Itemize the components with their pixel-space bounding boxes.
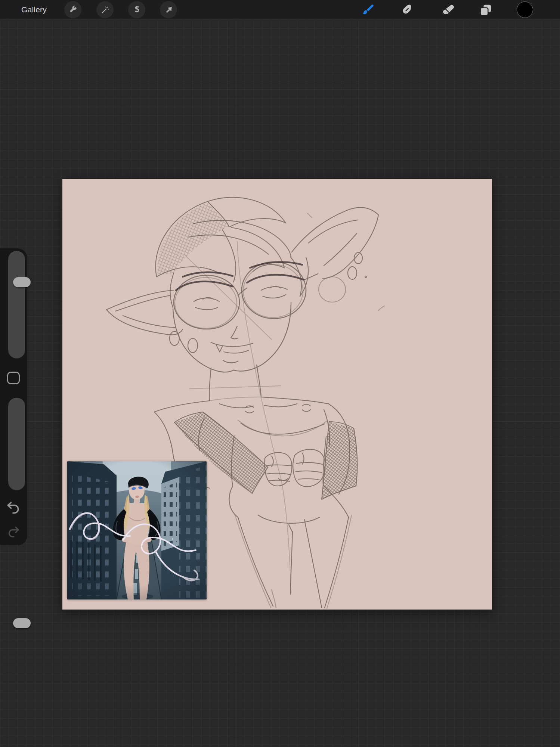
active-color-swatch[interactable] xyxy=(517,1,533,18)
drawing-canvas[interactable] xyxy=(62,179,492,610)
modify-button[interactable] xyxy=(7,372,20,384)
brush-opacity-slider[interactable] xyxy=(8,398,25,490)
move-arrow-icon xyxy=(164,5,173,15)
erase-tool-button[interactable] xyxy=(440,2,457,18)
redo-icon xyxy=(6,524,21,539)
brush-icon xyxy=(361,3,375,17)
top-toolbar: Gallery xyxy=(0,0,560,19)
undo-button[interactable] xyxy=(5,499,22,516)
selection-button[interactable] xyxy=(128,1,145,18)
reference-photo xyxy=(67,461,207,599)
paint-tool-button[interactable] xyxy=(360,2,376,18)
selection-s-icon xyxy=(132,5,142,15)
adjustments-button[interactable] xyxy=(96,1,114,18)
smudge-finger-icon xyxy=(400,3,414,17)
brush-opacity-handle[interactable] xyxy=(13,618,31,628)
gallery-button[interactable]: Gallery xyxy=(21,0,47,19)
brush-size-slider[interactable] xyxy=(8,251,25,359)
brush-size-handle[interactable] xyxy=(13,277,31,287)
eraser-icon xyxy=(441,3,455,17)
undo-icon xyxy=(5,499,22,516)
smudge-tool-button[interactable] xyxy=(399,2,415,18)
reference-photo-art xyxy=(67,461,207,599)
redo-button[interactable] xyxy=(6,524,21,539)
transform-button[interactable] xyxy=(160,1,177,18)
magic-wand-icon xyxy=(100,5,110,15)
brush-sidebar xyxy=(0,248,27,545)
layers-button[interactable] xyxy=(477,2,494,18)
layers-icon xyxy=(479,3,493,17)
wrench-icon xyxy=(68,5,78,15)
actions-button[interactable] xyxy=(64,1,81,18)
